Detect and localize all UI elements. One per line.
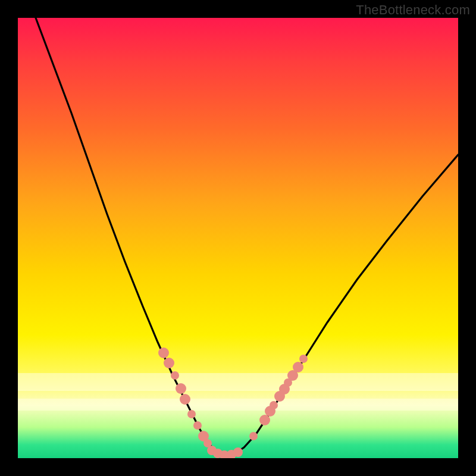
beads-group [158, 347, 308, 458]
bead-left [176, 383, 186, 394]
bead-left [193, 421, 202, 430]
bead-bottom [233, 447, 243, 457]
bead-left [187, 410, 196, 418]
bead-right [270, 401, 278, 409]
plot-area [18, 18, 458, 458]
bead-left [164, 358, 174, 368]
curve-path [36, 18, 458, 455]
bead-right [299, 355, 308, 363]
bead-left [180, 394, 190, 405]
bead-left [171, 371, 179, 380]
bead-left [158, 347, 169, 358]
bead-right [293, 362, 303, 372]
bead-right [259, 415, 270, 425]
attribution-text: TheBottleneck.com [356, 2, 470, 18]
bottleneck-curve [18, 18, 458, 458]
bead-right [249, 432, 258, 440]
chart-frame: TheBottleneck.com [0, 0, 476, 476]
